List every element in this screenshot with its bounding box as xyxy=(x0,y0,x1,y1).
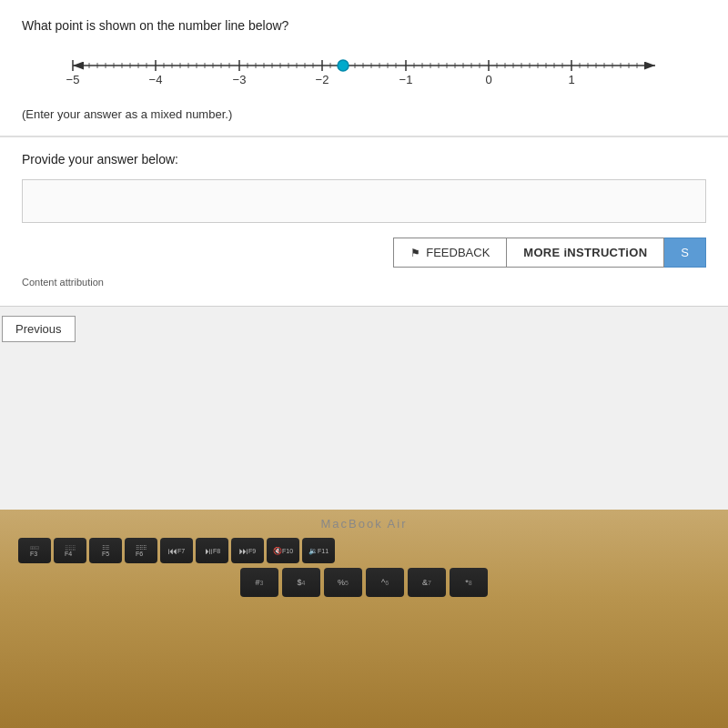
answer-section: Provide your answer below: ⚑ FEEDBACK MO… xyxy=(0,136,728,306)
key-f5[interactable]: ⠿⠿ F5 xyxy=(89,538,122,563)
answer-input[interactable] xyxy=(22,179,706,223)
question-container: What point is shown on the number line b… xyxy=(0,0,728,136)
key-f10[interactable]: 🔇 F10 xyxy=(267,538,299,563)
svg-text:1: 1 xyxy=(568,73,574,86)
key-f11[interactable]: 🔉 F11 xyxy=(302,538,335,563)
key-caret[interactable]: ^6 xyxy=(366,568,404,597)
key-f3[interactable]: ⊞⊟ F3 xyxy=(18,538,51,563)
navigation-bar: Previous xyxy=(0,306,728,351)
number-key-row: #3 $4 %5 ^6 &7 *8 xyxy=(18,568,710,597)
key-asterisk[interactable]: *8 xyxy=(450,568,488,597)
provide-label: Provide your answer below: xyxy=(22,152,706,167)
more-instruction-button[interactable]: MORE iNSTRUCTiON xyxy=(507,238,664,268)
content-attribution: Content attribution xyxy=(22,277,706,288)
fn-key-row: ⊞⊟ F3 ⣿⣿⣿ F4 ⠿⠿ F5 ⠿⠿⠿ F6 xyxy=(18,538,710,563)
previous-button[interactable]: Previous xyxy=(2,316,76,342)
svg-text:−1: −1 xyxy=(399,73,413,86)
macbook-bezel: MacBook Air ⊞⊟ F3 ⣿⣿⣿ F4 ⠿⠿ F5 xyxy=(0,510,728,728)
key-f4[interactable]: ⣿⣿⣿ F4 xyxy=(54,538,86,563)
key-percent[interactable]: %5 xyxy=(324,568,362,597)
keyboard: ⊞⊟ F3 ⣿⣿⣿ F4 ⠿⠿ F5 ⠿⠿⠿ F6 xyxy=(18,538,710,601)
macbook-label: MacBook Air xyxy=(321,510,408,531)
submit-button[interactable]: S xyxy=(664,238,706,268)
flag-icon: ⚑ xyxy=(410,247,420,259)
key-f6[interactable]: ⠿⠿⠿ F6 xyxy=(125,538,157,563)
key-f9[interactable]: ⏭ F9 xyxy=(231,538,264,563)
svg-text:−3: −3 xyxy=(233,73,247,86)
key-dollar[interactable]: $4 xyxy=(282,568,320,597)
instruction-text: (Enter your answer as a mixed number.) xyxy=(22,107,706,121)
key-f8[interactable]: ⏯ F8 xyxy=(196,538,228,563)
question-text: What point is shown on the number line b… xyxy=(22,18,706,33)
button-row: ⚑ FEEDBACK MORE iNSTRUCTiON S xyxy=(22,238,706,268)
key-hash[interactable]: #3 xyxy=(240,568,278,597)
number-line: −5 −4 −3 −2 −1 0 1 xyxy=(55,49,673,95)
key-f7[interactable]: ⏮ F7 xyxy=(160,538,193,563)
svg-text:−2: −2 xyxy=(316,73,329,86)
key-ampersand[interactable]: &7 xyxy=(408,568,446,597)
feedback-label: FEEDBACK xyxy=(426,246,490,259)
svg-text:0: 0 xyxy=(485,73,491,86)
feedback-button[interactable]: ⚑ FEEDBACK xyxy=(393,238,507,268)
previous-label: Previous xyxy=(15,322,62,336)
svg-text:−5: −5 xyxy=(66,73,80,86)
submit-label: S xyxy=(681,246,689,259)
number-line-container: −5 −4 −3 −2 −1 0 1 xyxy=(22,49,706,95)
number-line-point xyxy=(338,60,349,71)
more-instruction-label: MORE iNSTRUCTiON xyxy=(523,246,647,259)
svg-text:−4: −4 xyxy=(149,73,163,86)
